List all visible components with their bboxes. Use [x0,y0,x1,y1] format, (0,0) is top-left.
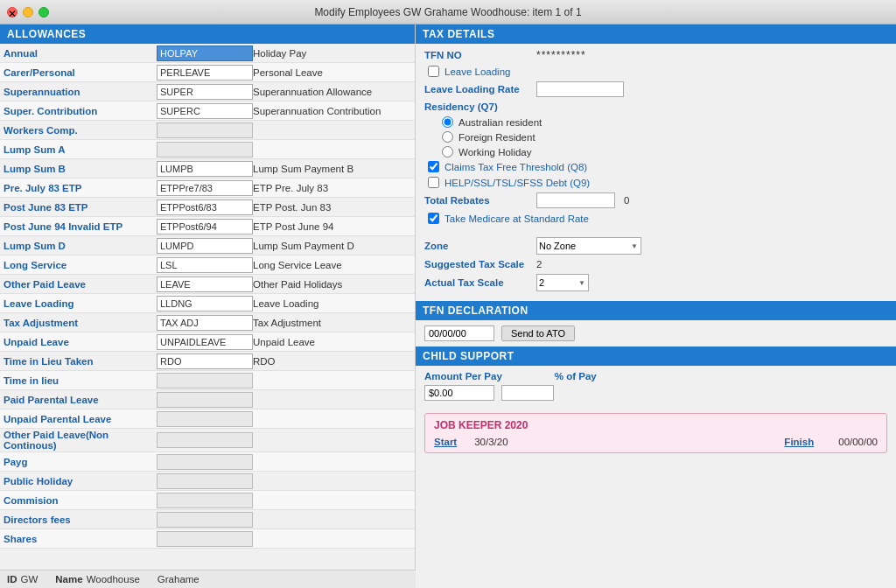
allowance-description: RDO [253,356,411,367]
allowance-label: Lump Sum D [4,241,157,251]
allowance-description: Superannuation Allowance [253,87,411,97]
claims-tax-free-label[interactable]: Claims Tax Free Threshold (Q8) [444,162,587,172]
zone-select[interactable]: No Zone Zone A Zone B [536,237,641,255]
allowance-code-input[interactable] [157,84,253,100]
allowance-code-input[interactable] [157,46,253,61]
amount-per-pay-input[interactable] [424,385,494,401]
help-ssl-checkbox[interactable] [428,177,439,188]
left-panel: ALLOWANCES AnnualHoliday PayCarer/Person… [0,24,416,588]
allowance-label: Tax Adjustment [4,318,157,328]
allowance-code-input[interactable] [157,219,253,234]
leave-loading-label[interactable]: Leave Loading [444,66,510,77]
tfn-decl-date-input[interactable] [424,326,494,341]
allowance-label: Superannuation [4,87,157,97]
allowance-code-input[interactable] [157,238,253,254]
allowance-label: Lump Sum A [4,144,157,155]
allowance-row: Commision [0,491,415,510]
allowance-row: Payg [0,452,415,472]
id-value: GW [21,574,38,584]
allowance-label: Time in Lieu Taken [4,356,157,367]
allowance-code-input[interactable] [157,512,253,528]
allowance-code-input[interactable] [157,315,253,331]
allowance-code-input[interactable] [157,432,253,448]
allowance-code-input[interactable] [157,473,253,489]
child-support-content: Amount Per Pay % of Pay [416,366,896,406]
allowance-row: Lump Sum BLump Sum Payment B [0,159,415,178]
help-ssl-label[interactable]: HELP/SSL/TSL/SFSS Debt (Q9) [444,178,590,188]
allowance-code-input[interactable] [157,354,253,369]
allowance-code-input[interactable] [157,493,253,508]
allowance-code-input[interactable] [157,257,253,273]
allowance-row: Long ServiceLong Service Leave [0,256,415,275]
radio-row-foreign: Foreign Resident [442,131,887,143]
allowance-code-input[interactable] [157,276,253,292]
allowance-label: Other Paid Leave [4,279,157,290]
close-button[interactable]: ✕ [7,7,18,18]
allowance-row: Lump Sum A [0,140,415,159]
tfn-declaration-row: Send to ATO [416,320,896,346]
tfn-label: TFN NO [424,50,529,60]
allowance-row: Carer/PersonalPersonal Leave [0,63,415,82]
allowance-label: Shares [4,534,157,544]
leave-loading-checkbox[interactable] [428,66,439,77]
allowance-description: Other Paid Holidays [253,279,411,290]
allowance-code-input[interactable] [157,103,253,119]
allowance-label: Super. Contribution [4,106,157,116]
allowance-code-input[interactable] [157,454,253,470]
allowance-row: Other Paid LeaveOther Paid Holidays [0,275,415,294]
allowance-code-input[interactable] [157,65,253,80]
allowance-code-input[interactable] [157,200,253,215]
allowance-code-input[interactable] [157,180,253,196]
name-item: Name Woodhouse [55,574,140,584]
leave-loading-row: Leave Loading [428,66,887,77]
title-bar: ✕ Modify Employees GW Grahame Woodhouse:… [0,0,896,24]
allowance-code-input[interactable] [157,334,253,350]
allowance-code-input[interactable] [157,142,253,158]
allowance-code-input[interactable] [157,296,253,312]
allowance-label: Post June 83 ETP [4,202,157,213]
surname-value: Woodhouse [87,574,140,584]
firstname-value: Grahame [158,574,200,584]
allowance-description: ETP Post. Jun 83 [253,202,411,213]
leave-loading-rate-row: Leave Loading Rate [424,81,887,97]
jobkeeper-finish-link[interactable]: Finish [784,437,814,447]
allowances-list: AnnualHoliday PayCarer/PersonalPersonal … [0,44,415,549]
allowance-row: Unpaid LeaveUnpaid Leave [0,332,415,352]
percent-of-pay-input[interactable] [501,385,554,401]
id-label: ID [7,574,18,584]
medicare-label[interactable]: Take Medicare at Standard Rate [444,214,589,224]
allowance-code-input[interactable] [157,122,253,138]
radio-australian[interactable] [442,116,453,128]
allowance-row: Workers Comp. [0,121,415,140]
minimize-button[interactable] [23,7,33,18]
child-support-headers: Amount Per Pay % of Pay [424,371,887,382]
claims-tax-free-row: Claims Tax Free Threshold (Q8) [428,161,887,172]
traffic-lights: ✕ [7,7,49,18]
leave-loading-rate-label: Leave Loading Rate [424,84,529,94]
maximize-button[interactable] [38,7,49,18]
allowance-code-input[interactable] [157,161,253,177]
jobkeeper-row: Start 30/3/20 Finish 00/00/00 [434,437,878,447]
zone-row: Zone No Zone Zone A Zone B [424,237,887,255]
total-rebates-input[interactable] [536,192,615,208]
medicare-checkbox[interactable] [428,213,439,224]
radio-foreign[interactable] [442,131,453,143]
allowance-code-input[interactable] [157,411,253,427]
tax-section: TFN NO ********** Leave Loading Leave Lo… [416,44,896,301]
send-to-ato-button[interactable]: Send to ATO [501,326,575,341]
leave-loading-rate-input[interactable] [536,81,624,97]
allowance-description: Superannuation Contribution [253,106,411,116]
radio-working-holiday[interactable] [442,146,453,158]
jobkeeper-start-link[interactable]: Start [434,437,457,447]
actual-tax-select[interactable]: 2 1 3 4 [536,274,589,291]
actual-tax-select-wrapper: 2 1 3 4 [536,274,589,291]
suggested-tax-label: Suggested Tax Scale [424,259,529,270]
radio-row-australian: Australian resident [442,116,887,128]
allowance-code-input[interactable] [157,392,253,408]
claims-tax-free-checkbox[interactable] [428,161,439,172]
tfn-declaration-header: TFN DECLARATION [416,301,896,320]
bottom-bar: ID GW Name Woodhouse Grahame [0,570,416,588]
allowance-code-input[interactable] [157,531,253,547]
allowance-row: AnnualHoliday Pay [0,44,415,63]
allowance-code-input[interactable] [157,373,253,388]
